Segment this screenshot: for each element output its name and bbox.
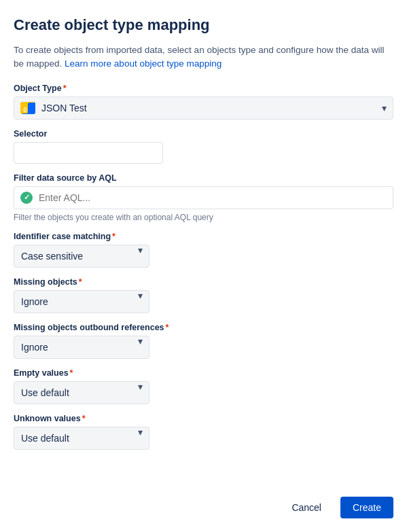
required-star: *: [63, 84, 67, 93]
selector-label: Selector: [14, 129, 393, 139]
description-text: To create objects from imported data, se…: [14, 43, 393, 71]
empty-values-label: Empty values *: [14, 368, 393, 378]
empty-values-field: Empty values * Use default Clear Keep ▾: [14, 368, 393, 404]
required-star: *: [112, 232, 116, 241]
create-object-type-mapping-modal: Create object type mapping To create obj…: [0, 0, 407, 532]
filter-aql-field: Filter data source by AQL ✓ Filter the o…: [14, 173, 393, 222]
footer: Cancel Create: [14, 480, 393, 518]
identifier-case-select-wrapper: Case sensitive Case insensitive ▾: [14, 245, 149, 268]
empty-values-select[interactable]: Use default Clear Keep: [14, 381, 149, 404]
missing-objects-outbound-select[interactable]: Ignore Delete Keep: [14, 336, 149, 359]
required-star: *: [79, 277, 82, 287]
missing-objects-label: Missing objects *: [14, 277, 393, 287]
filter-aql-label: Filter data source by AQL: [14, 173, 393, 183]
aql-input-wrapper: ✓: [14, 186, 393, 209]
empty-values-select-wrapper: Use default Clear Keep ▾: [14, 381, 149, 404]
selector-input[interactable]: [14, 142, 163, 164]
filter-hint: Filter the objects you create with an op…: [14, 213, 393, 222]
missing-objects-select[interactable]: Ignore Delete Keep: [14, 290, 149, 313]
unknown-values-field: Unknown values * Use default Clear Keep …: [14, 414, 393, 450]
selector-field: Selector: [14, 129, 393, 164]
unknown-values-select-wrapper: Use default Clear Keep ▾: [14, 427, 149, 450]
aql-input[interactable]: [14, 186, 393, 209]
object-type-select[interactable]: JSON Test: [14, 96, 393, 120]
unknown-values-label: Unknown values *: [14, 414, 393, 423]
object-type-label: Object Type *: [14, 84, 393, 93]
missing-objects-outbound-label: Missing objects outbound references *: [14, 323, 393, 332]
required-star: *: [82, 414, 86, 423]
missing-objects-select-wrapper: Ignore Delete Keep ▾: [14, 290, 149, 313]
page-title: Create object type mapping: [14, 16, 393, 34]
missing-objects-field: Missing objects * Ignore Delete Keep ▾: [14, 277, 393, 313]
object-type-select-wrapper: {} JSON Test ▾: [14, 96, 393, 120]
cancel-button[interactable]: Cancel: [279, 497, 334, 518]
unknown-values-select[interactable]: Use default Clear Keep: [14, 427, 149, 450]
required-star: *: [166, 323, 169, 332]
learn-more-link[interactable]: Learn more about object type mapping: [65, 58, 222, 69]
required-star: *: [70, 368, 73, 378]
missing-objects-outbound-field: Missing objects outbound references * Ig…: [14, 323, 393, 359]
identifier-case-label: Identifier case matching *: [14, 232, 393, 241]
identifier-case-select[interactable]: Case sensitive Case insensitive: [14, 245, 149, 268]
create-button[interactable]: Create: [340, 497, 393, 518]
missing-objects-outbound-select-wrapper: Ignore Delete Keep ▾: [14, 336, 149, 359]
identifier-case-field: Identifier case matching * Case sensitiv…: [14, 232, 393, 268]
object-type-field: Object Type * {} JSON Test ▾: [14, 84, 393, 120]
